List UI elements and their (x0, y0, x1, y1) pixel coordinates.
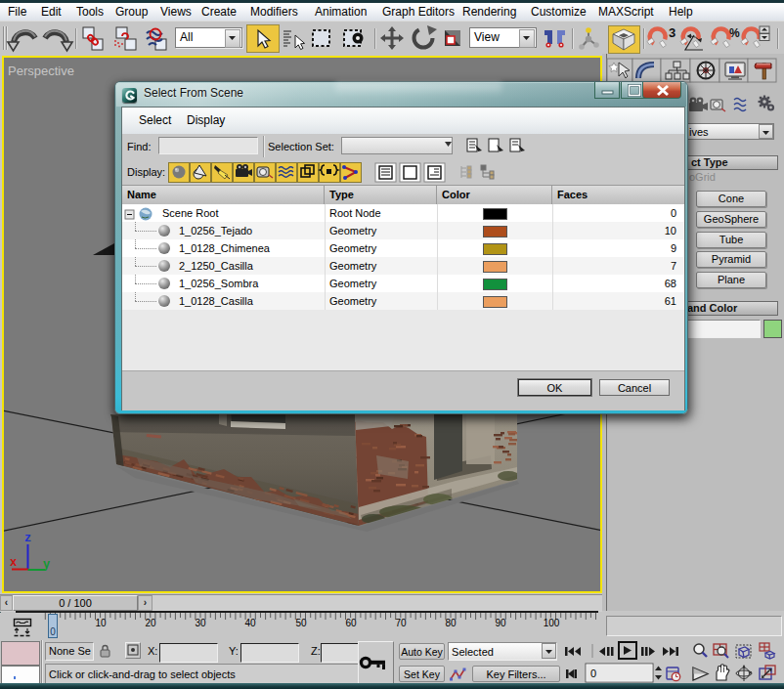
svg-text:60: 60 (345, 618, 357, 628)
svg-text:90: 90 (495, 618, 506, 628)
svg-text:%: % (729, 26, 740, 40)
svg-text:100: 100 (544, 618, 560, 628)
svg-text:80: 80 (445, 618, 457, 628)
svg-text:20: 20 (145, 618, 156, 628)
svg-text:z: z (24, 532, 31, 545)
svg-text:0: 0 (590, 667, 596, 679)
svg-text:10: 10 (95, 618, 107, 628)
svg-text:x: x (10, 556, 17, 570)
svg-text:30: 30 (195, 618, 206, 628)
svg-text:y: y (43, 558, 50, 572)
svg-text:40: 40 (244, 618, 256, 628)
svg-text:50: 50 (295, 618, 307, 628)
svg-text:70: 70 (395, 618, 407, 628)
svg-text:0: 0 (50, 626, 56, 637)
svg-text:3: 3 (669, 25, 675, 40)
